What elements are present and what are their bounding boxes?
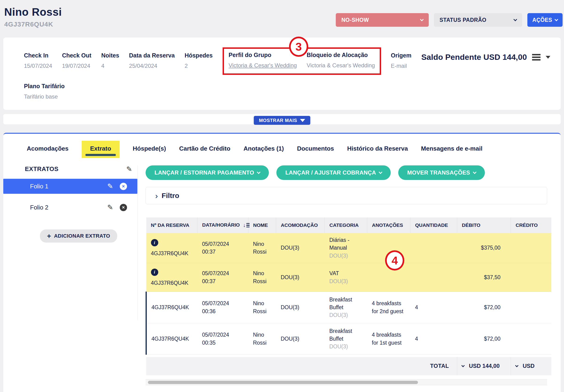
debit-cell: $72,00 <box>457 292 511 323</box>
quantity-cell <box>410 233 457 263</box>
col-datetime[interactable]: DATA/HORÁRIO ↓ <box>197 217 248 233</box>
col-reservation[interactable]: Nº DA RESERVA <box>146 217 197 233</box>
show-more-button[interactable]: MOSTRAR MAIS <box>254 116 310 125</box>
field-origem: Origem E-mail <box>391 52 412 69</box>
guest-cell: Nino Rossi <box>248 263 276 292</box>
status-label: STATUS PADRÃO <box>439 17 486 23</box>
guest-cell: Nino Rossi <box>248 233 276 263</box>
table-row[interactable]: i 4GJ37R6QU4K 05/07/2024 00:37 Nino Ross… <box>146 233 551 263</box>
chevron-right-icon: › <box>155 191 158 200</box>
show-more-strip: MOSTRAR MAIS <box>3 114 561 124</box>
field-noites: Noites 4 <box>101 52 119 69</box>
col-accommodation[interactable]: ACOMODAÇÃO <box>276 217 325 233</box>
tab-historico-reserva[interactable]: Histórico da Reserva <box>347 141 408 158</box>
chevron-down-icon <box>257 170 261 174</box>
tab-bar: Acomodações Extrato Hóspede(s) Cartão de… <box>3 134 561 158</box>
move-transactions-button[interactable]: MOVER TRANSAÇÕES <box>398 165 485 180</box>
launch-reverse-payment-button[interactable]: LANÇAR / ESTORNAR PAGAMENTO <box>146 165 269 180</box>
accommodation-cell: DOU(3) <box>276 323 325 355</box>
col-credit[interactable]: CRÉDITO <box>511 217 551 233</box>
balance-block: Saldo Pendente USD 144,00 <box>421 53 557 62</box>
plus-icon: + <box>47 233 51 239</box>
edit-icon[interactable]: ✎ <box>107 204 113 211</box>
caret-down-icon[interactable] <box>546 56 550 59</box>
total-row: TOTAL USD 144,00 USD <box>146 357 551 375</box>
chevron-down-icon <box>420 17 424 21</box>
tab-cartao-credito[interactable]: Cartão de Crédito <box>179 141 230 158</box>
guest-name: Nino Rossi <box>4 6 62 18</box>
chevron-down-icon <box>379 170 382 174</box>
launch-adjust-charge-button[interactable]: LANÇAR / AJUSTAR COBRANÇA <box>276 165 391 180</box>
tab-extrato[interactable]: Extrato <box>82 141 120 158</box>
summary-fields-row: Check In 15/07/2024 Check Out 19/07/2024… <box>24 52 551 75</box>
no-show-label: NO-SHOW <box>341 17 369 23</box>
no-show-dropdown[interactable]: NO-SHOW <box>336 13 429 27</box>
tab-mensagens-email[interactable]: Mensagens de e-mail <box>421 141 482 158</box>
transactions-table-wrap: 4 Nº DA RESERVA DATA/HORÁRIO ↓ <box>146 217 551 375</box>
field-hospedes: Hóspedes 2 <box>184 52 212 69</box>
accommodation-cell: DOU(3) <box>276 263 325 292</box>
menu-icon[interactable] <box>532 54 540 61</box>
extracts-title: EXTRATOS <box>25 165 58 173</box>
annotation-marker-3: 3 <box>289 37 308 57</box>
reservation-number: 4GJ37R6QU4K <box>152 335 195 343</box>
folio-item-2[interactable]: Folio 2 ✎ ✕ <box>25 200 132 215</box>
field-data-reserva: Data da Reserva 25/04/2024 <box>129 52 175 69</box>
pending-balance: Saldo Pendente USD 144,00 <box>421 53 527 62</box>
tab-anotacoes[interactable]: Anotações (1) <box>243 141 284 158</box>
col-notes[interactable]: ANOTAÇÕES <box>367 217 410 233</box>
reservation-number: 4GJ37R6QU4K <box>152 304 195 311</box>
table-row[interactable]: 4GJ37R6QU4K 05/07/2024 00:36 Nino Rossi … <box>146 292 551 323</box>
add-extract-button[interactable]: + ADICIONAR EXTRATO <box>40 230 117 243</box>
chevron-down-icon[interactable] <box>461 364 465 367</box>
col-name[interactable]: NOME <box>248 217 276 233</box>
table-row[interactable]: i 4GJ37R6QU4K 05/07/2024 00:37 Nino Ross… <box>146 263 551 292</box>
filter-toggle[interactable]: › Filtro <box>146 187 547 204</box>
chevron-down-icon <box>554 17 558 21</box>
col-quantity[interactable]: QUANTIDADE <box>410 217 457 233</box>
transactions-table: Nº DA RESERVA DATA/HORÁRIO ↓ NOME ACOMOD… <box>146 217 551 375</box>
notes-cell: 4 breakfasts for 2nd guest <box>367 292 410 323</box>
actions-dropdown[interactable]: AÇÕES <box>527 13 563 27</box>
folio-item-1[interactable]: Folio 1 ✎ ✕ <box>3 179 137 194</box>
header-actions: NO-SHOW STATUS PADRÃO AÇÕES <box>336 13 563 27</box>
horizontal-scrollbar[interactable] <box>146 379 547 385</box>
field-check-in: Check In 15/07/2024 <box>24 52 52 69</box>
credit-cell <box>511 263 551 292</box>
guest-cell: Nino Rossi <box>248 323 276 355</box>
quantity-cell <box>410 263 457 292</box>
total-credit: USD <box>523 362 535 370</box>
table-row[interactable]: 4GJ37R6QU4K 05/07/2024 00:35 Nino Rossi … <box>146 323 551 355</box>
tab-hospedes[interactable]: Hóspede(s) <box>133 141 166 158</box>
annotation-marker-4: 4 <box>385 250 404 270</box>
col-debit[interactable]: DÉBITO <box>457 217 511 233</box>
extract-main: LANÇAR / ESTORNAR PAGAMENTO LANÇAR / AJU… <box>138 165 561 392</box>
group-profile-link[interactable]: Victoria & Cesar's Wedding <box>229 62 297 69</box>
info-icon[interactable]: i <box>151 239 158 246</box>
edit-icon[interactable]: ✎ <box>107 183 113 190</box>
caret-down-icon <box>300 119 305 122</box>
credit-cell <box>511 233 551 263</box>
field-plano-tarifario: Plano Tarifário Tarifário base <box>24 83 551 100</box>
debit-cell: $37,50 <box>457 263 511 292</box>
chevron-down-icon <box>513 17 517 21</box>
scrollbar-thumb[interactable] <box>148 381 418 384</box>
sort-desc-icon[interactable]: ↓ <box>243 222 250 228</box>
field-check-out: Check Out 19/07/2024 <box>62 52 91 69</box>
folio-sidebar-header: EXTRATOS ✎ <box>25 165 132 173</box>
total-debit: USD 144,00 <box>469 362 500 370</box>
close-icon[interactable]: ✕ <box>120 204 127 211</box>
close-icon[interactable]: ✕ <box>120 183 127 190</box>
col-category[interactable]: CATEGORIA <box>325 217 367 233</box>
page-header: Nino Rossi 4GJ37R6QU4K NO-SHOW STATUS PA… <box>0 0 564 38</box>
info-icon[interactable]: i <box>151 269 158 276</box>
status-dropdown[interactable]: STATUS PADRÃO <box>434 13 522 27</box>
table-header-row: Nº DA RESERVA DATA/HORÁRIO ↓ NOME ACOMOD… <box>146 217 551 233</box>
annotation-red-box: 3 Perfil do Grupo Victoria & Cesar's Wed… <box>223 47 381 75</box>
total-label: TOTAL <box>146 357 457 375</box>
tab-acomodacoes[interactable]: Acomodações <box>27 141 69 158</box>
tab-documentos[interactable]: Documentos <box>297 141 334 158</box>
guest-cell: Nino Rossi <box>248 292 276 323</box>
chevron-down-icon[interactable] <box>515 364 519 367</box>
edit-icon[interactable]: ✎ <box>126 166 132 173</box>
